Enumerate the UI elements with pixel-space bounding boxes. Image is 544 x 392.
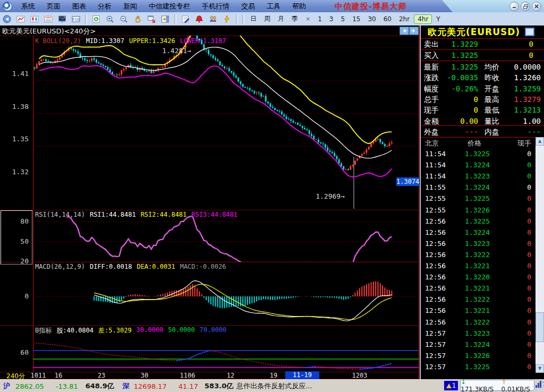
- tick-row: 12:571.32230: [421, 329, 536, 340]
- f10-icon[interactable]: F10: [70, 13, 82, 24]
- scroll-right-button[interactable]: [409, 27, 419, 35]
- tick-list-scrollbar[interactable]: ▲▼: [536, 137, 544, 373]
- sh-amount-value: 648.9亿: [86, 381, 114, 391]
- minimize-button[interactable]: [509, 2, 519, 11]
- main-chart-canvas[interactable]: [33, 36, 419, 210]
- timeframe-日[interactable]: 日: [247, 14, 260, 24]
- timeframe-×[interactable]: ×: [302, 15, 313, 23]
- flash-icon[interactable]: [220, 13, 233, 24]
- timeframe-15[interactable]: 15: [349, 15, 363, 23]
- timeframe-3[interactable]: 3: [326, 15, 337, 23]
- tick-row: 12:571.32250: [421, 363, 536, 374]
- scroll-left-button[interactable]: [400, 27, 409, 35]
- price-tick-label: 1.35: [0, 135, 29, 143]
- alert-counter[interactable]: 1: [444, 381, 458, 390]
- menubar: 系统页面图表分析新闻中信建投专栏手机行情交易工具帮助: [15, 1, 312, 12]
- tick-row: 12:561.32240: [421, 228, 536, 240]
- b-cha-value: 差:5.3029: [98, 326, 132, 335]
- menu-item-analysis[interactable]: 分析: [92, 1, 117, 12]
- menu-item-news[interactable]: 新闻: [117, 1, 143, 12]
- crosshair-time-tag: 11-19 21:00: [285, 371, 319, 379]
- sz-index-value: 12698.17: [134, 382, 167, 390]
- timeframe-60[interactable]: 60: [380, 15, 395, 23]
- stat-value: 1.00: [500, 117, 541, 125]
- news-ticker[interactable]: 息作出条件反射式反应...: [236, 381, 312, 391]
- refresh-icon[interactable]: [90, 13, 103, 24]
- sh-change-value: -13.81: [56, 382, 78, 390]
- close-button[interactable]: [532, 2, 541, 11]
- tick-row: 12:561.32250: [421, 217, 536, 228]
- sz-amount-value: 583.0亿: [205, 381, 233, 391]
- tick-row: 12:561.32210: [421, 306, 536, 318]
- macd-dea: DEA:0.0031: [137, 263, 175, 270]
- scroll-thumb[interactable]: [536, 312, 544, 342]
- macd-name: MACD(26,12,9): [35, 263, 85, 270]
- sh-index-value: 2862.05: [15, 382, 44, 390]
- menu-item-mobile-quotes[interactable]: 手机行情: [196, 1, 235, 12]
- timeframe-30[interactable]: 30: [364, 15, 379, 23]
- warning-triangle-icon: [446, 384, 452, 388]
- app-icon[interactable]: [3, 2, 12, 11]
- stat-value: -0.0035: [441, 73, 478, 82]
- bid-price: 1.3225: [442, 51, 478, 59]
- timeframe-月[interactable]: 月: [275, 14, 287, 24]
- titlebar: 系统页面图表分析新闻中信建投专栏手机行情交易工具帮助 中信建投-博易大师: [0, 0, 544, 12]
- timeframe-1[interactable]: 1: [314, 15, 325, 23]
- back-icon[interactable]: [1, 13, 13, 24]
- panel-restore-icon[interactable]: [525, 28, 534, 36]
- restore-button[interactable]: [521, 2, 530, 11]
- scroll-up-button[interactable]: ▲: [536, 137, 544, 146]
- edit-note-icon[interactable]: [179, 13, 192, 24]
- timeframe-4hr[interactable]: 4hr: [414, 14, 432, 24]
- popup-window-icon[interactable]: [145, 13, 158, 24]
- menu-item-system[interactable]: 系统: [15, 1, 41, 12]
- time-tick-label: 1011: [31, 372, 46, 379]
- time-tick-label: 30: [141, 372, 148, 379]
- chart-header: 欧元美元(EURUSD)<240分>: [0, 25, 420, 36]
- quote-board-icon[interactable]: [56, 13, 69, 24]
- tick-col-price: 价格: [468, 139, 481, 148]
- zoom-out-icon[interactable]: [117, 13, 130, 24]
- alarm-bell-icon[interactable]: [193, 13, 206, 24]
- timeframe-2hr[interactable]: 2hr: [396, 15, 413, 23]
- rsi-tick-label: 20: [0, 257, 29, 265]
- zoom-in-icon[interactable]: [104, 13, 116, 24]
- dock-panel-icon[interactable]: [159, 13, 172, 24]
- stat-value: -0.26%: [441, 84, 478, 93]
- timeframe-5[interactable]: 5: [338, 15, 348, 23]
- quote-symbol-title: 欧元美元(EURUSD): [421, 26, 527, 38]
- menu-item-trade[interactable]: 交易: [235, 1, 261, 12]
- menu-item-chart[interactable]: 图表: [66, 1, 92, 12]
- menu-item-page[interactable]: 页面: [41, 1, 66, 12]
- stat-label: 现手: [424, 106, 439, 115]
- timeframe-Y[interactable]: Y: [433, 15, 443, 23]
- menu-item-broker-column[interactable]: 中信建投专栏: [143, 1, 196, 12]
- stat-value: 0: [441, 106, 478, 114]
- menu-item-help[interactable]: 帮助: [286, 1, 312, 12]
- macd-diff: DIFF:0.0018: [90, 263, 132, 270]
- rsi2-value: RSI2:44.8481: [141, 211, 187, 218]
- tick-row: 12:561.32200: [421, 273, 536, 284]
- time-tick-label: 1106: [180, 372, 196, 379]
- list-icon[interactable]: [42, 13, 55, 24]
- time-tick-label: 12: [227, 372, 234, 379]
- scroll-down-button[interactable]: ▼: [536, 364, 544, 373]
- boll-lower: LOWER:1.3187: [180, 37, 226, 45]
- high-price-annotation: 1.4281→: [162, 47, 191, 55]
- macd-zero-label: 0: [0, 292, 29, 300]
- stat-value: 1.3225: [441, 63, 478, 71]
- users-icon[interactable]: [207, 13, 219, 24]
- candlestick-icon[interactable]: [28, 13, 41, 24]
- drag-hand-icon[interactable]: [131, 13, 144, 24]
- stat-label: 最高: [484, 95, 499, 105]
- timeframe-周[interactable]: 周: [261, 14, 274, 24]
- stat-label: 最低: [484, 106, 499, 115]
- macd-chart-canvas[interactable]: [33, 262, 419, 325]
- stat-label: 均价: [484, 63, 499, 72]
- network-speed-indicator: ↓ 171.3KB/S ↑ 0.01KB/S: [460, 380, 534, 391]
- timeframe-季[interactable]: 季: [288, 14, 301, 24]
- line-chart-icon[interactable]: [14, 13, 27, 24]
- menu-item-tools[interactable]: 工具: [261, 1, 286, 12]
- tick-row: 11:541.32240: [421, 161, 536, 172]
- tick-row: 11:541.32230: [421, 172, 536, 183]
